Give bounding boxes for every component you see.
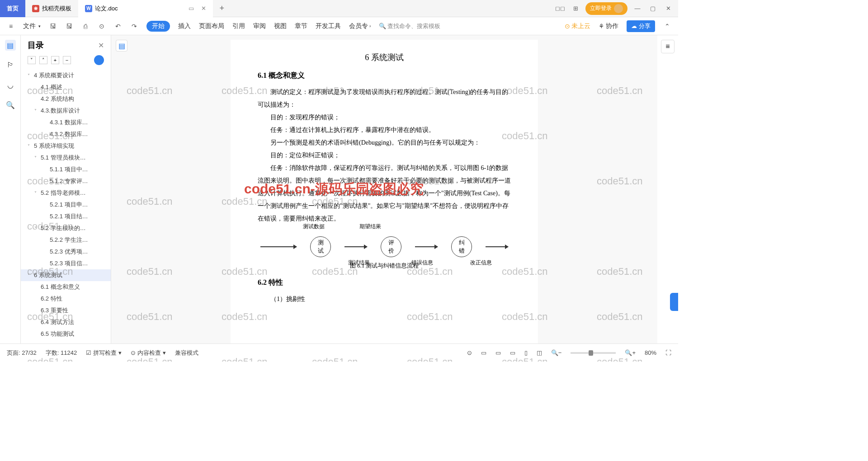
toc-item[interactable]: ˅4 系统概要设计 [21, 70, 111, 81]
toc-item[interactable]: ˅5 系统详细实现 [21, 140, 111, 152]
toc-label: 6.4 测试方法 [41, 318, 74, 326]
toc-item[interactable]: 5.2.1 项目申… [21, 199, 111, 211]
view-read-icon[interactable]: ▯ [524, 349, 528, 356]
zoom-out-button[interactable]: 🔍− [551, 349, 562, 356]
zoom-in-button[interactable]: 🔍+ [625, 349, 636, 356]
tab-template[interactable]: ❀ 找稻壳模板 [25, 0, 78, 17]
save-icon[interactable]: 🖫 [49, 22, 57, 30]
content-check-button[interactable]: ⊙ 内容检查 ▾ [131, 349, 166, 357]
panel-close-icon[interactable]: ✕ [98, 41, 104, 50]
tab-review[interactable]: 审阅 [253, 22, 266, 30]
save-as-icon[interactable]: 🖫 [65, 22, 73, 30]
collab-button[interactable]: ⚘ 协作 [599, 22, 618, 30]
toc-label: 6 系统测试 [34, 271, 62, 279]
tab-chapter[interactable]: 章节 [295, 22, 307, 30]
maximize-button[interactable]: ▢ [647, 3, 658, 14]
toc-item[interactable]: 4.1 概述 [21, 81, 111, 93]
zoom-level[interactable]: 80% [645, 349, 656, 356]
bookmark-icon[interactable]: ◡ [5, 80, 16, 90]
tab-member[interactable]: 会员专› [349, 22, 371, 30]
toc-item[interactable]: 4.3.2 数据库… [21, 128, 111, 140]
toc-item[interactable]: 6.2 特性 [21, 293, 111, 305]
tab-doc-active[interactable]: W 论文.doc ▭ ✕ [78, 0, 213, 17]
add-icon[interactable]: + [51, 56, 59, 64]
arrow-icon [486, 246, 508, 247]
toc-item[interactable]: 4.3.1 数据库… [21, 117, 111, 128]
ribbon: ≡ 文件▾ 🖫 🖫 ⎙ ⊙ ↶ ↷ 开始 插入 页面布局 引用 审阅 视图 章节… [0, 17, 678, 35]
window-mode-icon[interactable]: ▭ [189, 5, 194, 12]
toc-item[interactable]: 5.1.1 项目中… [21, 164, 111, 175]
view-page-icon[interactable]: ▭ [481, 349, 486, 356]
menu-icon[interactable]: ≡ [7, 22, 15, 30]
compat-mode[interactable]: 兼容模式 [175, 349, 198, 357]
toc-item[interactable]: 6.5 功能测试 [21, 328, 111, 340]
view-web-icon[interactable]: ▭ [495, 349, 501, 356]
share-button[interactable]: ☁ 分享 [627, 20, 655, 32]
toc-item[interactable]: ˅5.1 管理员模块… [21, 152, 111, 164]
toc-label: 4.1 概述 [41, 83, 62, 91]
word-count[interactable]: 字数: 11242 [46, 349, 77, 357]
chat-icon[interactable] [94, 55, 104, 65]
tab-add-button[interactable]: + [213, 4, 231, 13]
view-outline-icon[interactable]: ▭ [510, 349, 515, 356]
fit-width-icon[interactable]: ◫ [537, 349, 542, 356]
focus-icon[interactable]: ⊙ [467, 349, 472, 356]
toc-label: 5.2 学生模块的… [41, 224, 86, 232]
page-nav-icon[interactable]: ▤ [116, 40, 127, 52]
close-button[interactable]: ✕ [663, 3, 674, 14]
tab-devtools[interactable]: 开发工具 [316, 22, 341, 30]
tab-insert[interactable]: 插入 [178, 22, 191, 30]
undo-icon[interactable]: ↶ [114, 22, 122, 30]
toc-item[interactable]: 5.2.3 项目信… [21, 258, 111, 269]
feedback-button[interactable] [670, 293, 678, 311]
collapse-all-icon[interactable]: ˅ [28, 56, 36, 64]
toc-item[interactable]: ˅5.2 学生模块的… [21, 222, 111, 234]
toc-item[interactable]: 5.2.3 优秀项… [21, 246, 111, 258]
search-command[interactable]: 🔍 查找命令、搜索模板 [379, 22, 440, 30]
selection-pane-icon[interactable]: ≡ [661, 40, 675, 53]
tab-home[interactable]: 首页 [0, 0, 25, 17]
toc-item[interactable]: 5.2.2 学生注… [21, 234, 111, 246]
remove-icon[interactable]: − [63, 56, 71, 64]
zoom-slider[interactable] [571, 352, 616, 354]
redo-icon[interactable]: ↷ [130, 22, 138, 30]
minimize-button[interactable]: — [632, 3, 643, 14]
toc-label: 5.2 指导老师模… [41, 189, 86, 197]
file-menu[interactable]: 文件▾ [23, 22, 41, 30]
tab-view[interactable]: 视图 [274, 22, 287, 30]
page-indicator[interactable]: 页面: 27/32 [7, 349, 37, 357]
toc-item[interactable]: 6.1 概念和意义 [21, 281, 111, 293]
tab-close-icon[interactable]: ✕ [201, 5, 206, 12]
toc-item[interactable]: 4.2 系统结构 [21, 93, 111, 105]
toc-item[interactable]: 5.2.1 项目结… [21, 211, 111, 222]
toc-label: 5.1.2 专家评… [50, 177, 88, 185]
collapse-icon[interactable]: ⌃ [663, 22, 671, 30]
toc-item[interactable]: ˅6 系统测试 [21, 269, 111, 281]
toc-item[interactable]: 6.3 重要性 [21, 305, 111, 316]
cloud-status[interactable]: ⊙ 未上云 [565, 22, 590, 30]
tab-layout[interactable]: 页面布局 [199, 22, 224, 30]
print-icon[interactable]: ⎙ [81, 22, 90, 30]
toc-item[interactable]: ˅4.3.数据库设计 [21, 105, 111, 117]
pin-icon[interactable]: 🏳 [5, 60, 16, 71]
paragraph: 另一个预测是相关的术语叫纠错(Debugging)。它的目的与任务可以规定为： [258, 136, 511, 149]
outline-icon[interactable]: ▤ [5, 40, 16, 51]
layout-icon[interactable]: ◻◻ [555, 3, 566, 14]
preview-icon[interactable]: ⊙ [98, 22, 106, 30]
toc-label: 5.2.2 学生注… [50, 236, 88, 244]
document-area[interactable]: ▤ 6 系统测试 6.1 概念和意义 测试的定义：程序测试是为了发现错误而执行程… [111, 35, 657, 343]
find-icon[interactable]: 🔍 [5, 99, 16, 110]
tab-ref[interactable]: 引用 [232, 22, 245, 30]
toc-item[interactable]: 5.1.2 专家评… [21, 175, 111, 187]
toc-item[interactable]: 6.4 测试方法 [21, 316, 111, 328]
toc-label: 5.1.1 项目中… [50, 165, 88, 174]
login-button[interactable]: 立即登录 [585, 2, 627, 15]
toc-item[interactable]: ˅5.2 指导老师模… [21, 187, 111, 199]
chevron-down-icon: ˅ [34, 108, 41, 113]
tab-start[interactable]: 开始 [146, 21, 170, 32]
expand-icon[interactable]: ˄ [39, 56, 47, 64]
paragraph: 目的：定位和纠正错误； [258, 149, 511, 162]
spellcheck-button[interactable]: ☑ 拼写检查 ▾ [86, 349, 122, 357]
apps-icon[interactable]: ⊞ [570, 3, 581, 14]
fullscreen-icon[interactable]: ⛶ [665, 349, 671, 356]
